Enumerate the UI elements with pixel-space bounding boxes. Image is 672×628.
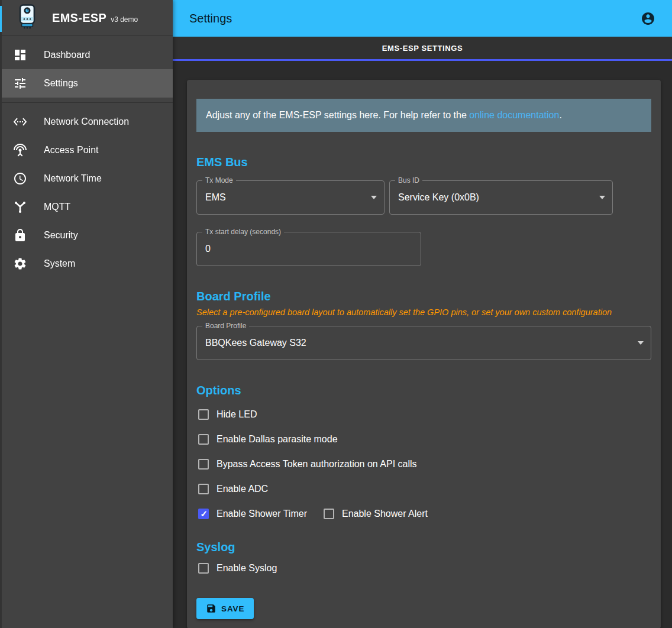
sidebar-item-settings[interactable]: Settings <box>0 69 173 98</box>
checkbox-label: Hide LED <box>217 409 257 420</box>
chevron-down-icon <box>599 196 605 199</box>
sidebar-menu-top: Dashboard Settings <box>0 36 173 102</box>
clock-icon <box>13 171 27 186</box>
sidebar-item-label: Settings <box>44 78 78 89</box>
gear-icon <box>13 257 27 271</box>
checkbox-row: Enable Dallas parasite mode <box>196 427 651 452</box>
checkbox-box[interactable] <box>324 509 334 519</box>
checkbox-row: Enable Shower Timer Enable Shower Alert <box>196 501 651 526</box>
checkbox-label: Enable ADC <box>217 484 268 494</box>
section-heading-options: Options <box>196 384 651 397</box>
board-profile-description: Select a pre-configured board layout to … <box>196 307 651 317</box>
field-label: Tx start delay (seconds) <box>202 228 284 236</box>
checkbox-box[interactable] <box>198 409 209 420</box>
save-button[interactable]: SAVE <box>196 598 254 619</box>
field-value: Service Key (0x0B) <box>398 192 479 203</box>
tab-ems-esp-settings[interactable]: EMS-ESP SETTINGS <box>382 44 463 53</box>
hub-icon <box>13 200 27 214</box>
checkbox-row: Enable ADC <box>196 477 651 501</box>
field-value: EMS <box>205 192 226 203</box>
checkbox-box[interactable] <box>198 434 209 445</box>
checkbox-enable-syslog[interactable]: Enable Syslog <box>196 563 277 574</box>
sidebar-item-security[interactable]: Security <box>0 221 173 250</box>
sidebar: EMS-ESP v3 demo Dashboard Settings Netwo… <box>0 0 173 628</box>
main-area: Settings EMS-ESP SETTINGS Adjust any of … <box>173 0 672 628</box>
tab-bar: EMS-ESP SETTINGS <box>173 37 672 61</box>
checkbox-hide-led[interactable]: Hide LED <box>196 409 257 420</box>
checkbox-label: Enable Syslog <box>217 563 277 574</box>
checkbox-box[interactable] <box>198 563 209 574</box>
save-floppy-icon <box>206 603 217 614</box>
sidebar-item-label: Network Time <box>44 173 102 184</box>
content-area: Adjust any of the EMS-ESP settings here.… <box>173 61 672 628</box>
bus-id-select[interactable]: Bus ID Service Key (0x0B) <box>389 180 613 215</box>
checkbox-label: Enable Shower Alert <box>342 509 428 519</box>
field-label: Tx Mode <box>202 176 236 184</box>
syslog-checkbox-group: Enable Syslog <box>196 556 651 581</box>
section-heading-ems-bus: EMS Bus <box>196 156 651 169</box>
section-heading-board-profile: Board Profile <box>196 290 651 303</box>
sidebar-item-network-connection[interactable]: Network Connection <box>0 108 173 136</box>
field-value: BBQKees Gateway S32 <box>205 338 306 348</box>
brand: EMS-ESP v3 demo <box>52 11 138 25</box>
left-edge-strip <box>0 0 2 628</box>
sidebar-menu-bottom: Network Connection Access Point Network … <box>0 103 173 283</box>
section-heading-syslog: Syslog <box>196 540 651 554</box>
board-profile-select[interactable]: Board Profile BBQKees Gateway S32 <box>196 326 651 360</box>
checkbox-enable-adc[interactable]: Enable ADC <box>196 484 268 494</box>
banner-text: Adjust any of the EMS-ESP settings here.… <box>206 110 469 120</box>
checkbox-label: Enable Dallas parasite mode <box>217 434 338 445</box>
brand-version: v3 demo <box>111 15 138 24</box>
ethernet-icon <box>13 115 27 129</box>
sidebar-item-dashboard[interactable]: Dashboard <box>0 41 173 69</box>
checkbox-box[interactable] <box>198 509 209 519</box>
sidebar-item-network-time[interactable]: Network Time <box>0 164 173 193</box>
checkbox-row: Enable Syslog <box>196 556 651 581</box>
checkbox-shower-timer[interactable]: Enable Shower Timer <box>196 509 307 519</box>
chevron-down-icon <box>371 196 377 199</box>
tune-icon <box>13 76 27 90</box>
sidebar-item-label: Dashboard <box>44 50 90 60</box>
banner-text-end: . <box>559 110 561 120</box>
boiler-logo-icon <box>17 4 37 32</box>
sidebar-item-mqtt[interactable]: MQTT <box>0 193 173 221</box>
sidebar-item-label: Security <box>44 230 78 241</box>
save-button-label: SAVE <box>221 604 244 613</box>
account-circle-icon[interactable] <box>641 11 655 26</box>
sidebar-header: EMS-ESP v3 demo <box>0 0 173 36</box>
page-title: Settings <box>189 12 232 25</box>
online-documentation-link[interactable]: online documentation <box>469 110 559 120</box>
field-value: 0 <box>205 244 211 254</box>
checkbox-label: Bypass Access Token authorization on API… <box>217 459 417 470</box>
chevron-down-icon <box>638 341 644 345</box>
tx-start-delay-input[interactable]: Tx start delay (seconds) 0 <box>196 232 421 266</box>
lock-icon <box>13 228 27 242</box>
checkbox-box[interactable] <box>198 459 209 470</box>
sidebar-item-label: MQTT <box>44 202 70 212</box>
settings-card: Adjust any of the EMS-ESP settings here.… <box>187 80 661 628</box>
sidebar-item-access-point[interactable]: Access Point <box>0 136 173 164</box>
sidebar-item-label: Access Point <box>44 145 98 156</box>
left-edge-blue-sliver <box>0 6 2 32</box>
antenna-icon <box>13 143 27 157</box>
checkbox-shower-alert[interactable]: Enable Shower Alert <box>322 509 428 519</box>
tx-mode-select[interactable]: Tx Mode EMS <box>196 180 385 215</box>
field-label: Board Profile <box>202 322 249 330</box>
checkbox-box[interactable] <box>198 484 209 494</box>
checkbox-label: Enable Shower Timer <box>217 509 307 519</box>
sidebar-item-system[interactable]: System <box>0 250 173 278</box>
checkbox-row: Bypass Access Token authorization on API… <box>196 452 651 477</box>
info-banner: Adjust any of the EMS-ESP settings here.… <box>196 99 651 132</box>
checkbox-bypass-token[interactable]: Bypass Access Token authorization on API… <box>196 459 417 470</box>
checkbox-row: Hide LED <box>196 402 651 427</box>
sidebar-item-label: System <box>44 258 75 269</box>
dashboard-icon <box>13 48 27 62</box>
sidebar-item-label: Network Connection <box>44 116 129 127</box>
field-label: Bus ID <box>395 176 422 184</box>
checkbox-dallas-parasite[interactable]: Enable Dallas parasite mode <box>196 434 338 445</box>
brand-title: EMS-ESP <box>52 11 106 25</box>
options-checkbox-group: Hide LED Enable Dallas parasite mode Byp… <box>196 402 651 526</box>
app-bar: Settings <box>173 0 672 37</box>
